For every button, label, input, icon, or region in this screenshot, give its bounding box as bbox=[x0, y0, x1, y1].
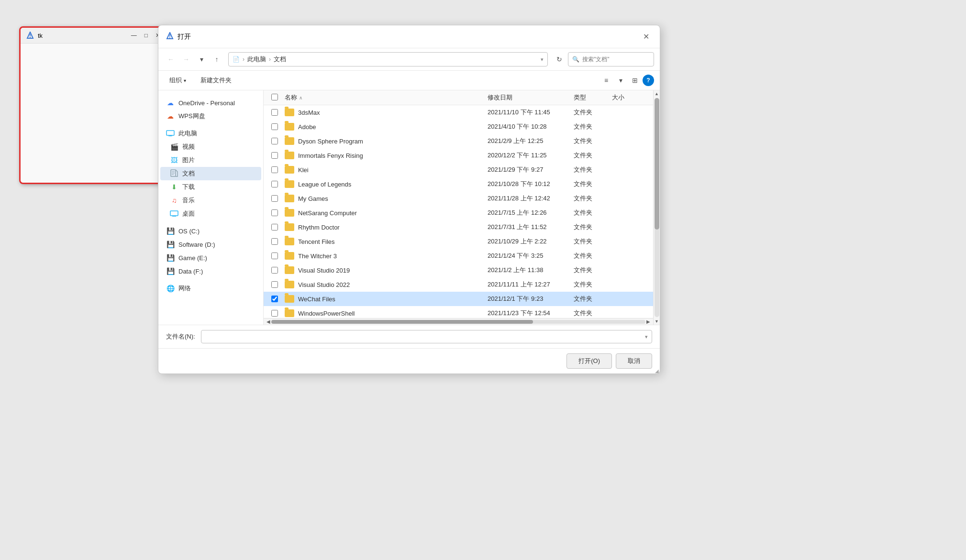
table-row[interactable]: Tencent Files 2021/10/29 上午 2:22 文件夹 bbox=[264, 234, 653, 249]
open-btn[interactable]: 打开(O) bbox=[566, 353, 612, 369]
filename-input-wrapper[interactable]: ▾ bbox=[201, 330, 652, 343]
header-size[interactable]: 大小 bbox=[612, 93, 645, 102]
new-folder-btn[interactable]: 新建文件夹 bbox=[195, 74, 237, 87]
scrollbar-track[interactable] bbox=[271, 320, 645, 324]
tk-maximize-btn[interactable]: □ bbox=[144, 32, 148, 39]
row-check-9[interactable] bbox=[271, 238, 285, 245]
sidebar-item-music[interactable]: ♫ 音乐 bbox=[160, 194, 261, 207]
address-thispc: 此电脑 bbox=[247, 55, 266, 64]
dialog-close-btn[interactable]: ✕ bbox=[640, 31, 652, 42]
row-checkbox-10[interactable] bbox=[271, 253, 278, 259]
row-name-label-2: Dyson Sphere Program bbox=[298, 138, 363, 145]
scrollbar-thumb[interactable] bbox=[271, 320, 533, 324]
horizontal-scrollbar[interactable]: ◀ ▶ bbox=[264, 318, 653, 325]
vertical-scrollbar[interactable]: ▲ ▼ bbox=[653, 90, 660, 325]
vscroll-down-btn[interactable]: ▼ bbox=[654, 318, 660, 325]
row-checkbox-3[interactable] bbox=[271, 152, 278, 159]
view-list-btn[interactable]: ≡ bbox=[600, 74, 613, 87]
sidebar-item-game[interactable]: 💾 Game (E:) bbox=[160, 251, 261, 264]
row-check-6[interactable] bbox=[271, 195, 285, 202]
row-check-8[interactable] bbox=[271, 224, 285, 231]
table-row[interactable]: My Games 2021/11/28 上午 12:42 文件夹 bbox=[264, 191, 653, 206]
table-row[interactable]: League of Legends 2021/10/28 下午 10:12 文件… bbox=[264, 177, 653, 191]
resize-handle[interactable]: ◢ bbox=[654, 368, 660, 373]
row-checkbox-13[interactable] bbox=[271, 296, 278, 302]
table-row[interactable]: WindowsPowerShell 2021/11/23 下午 12:54 文件… bbox=[264, 306, 653, 318]
row-checkbox-9[interactable] bbox=[271, 238, 278, 245]
table-row[interactable]: Visual Studio 2019 2021/1/2 上午 11:38 文件夹 bbox=[264, 263, 653, 277]
row-check-4[interactable] bbox=[271, 166, 285, 173]
row-check-12[interactable] bbox=[271, 281, 285, 288]
sidebar-item-wps[interactable]: ☁ WPS网盘 bbox=[160, 110, 261, 123]
table-row[interactable]: The Witcher 3 2021/1/24 下午 3:25 文件夹 bbox=[264, 249, 653, 263]
table-row[interactable]: Dyson Sphere Program 2021/2/9 上午 12:25 文… bbox=[264, 134, 653, 148]
scroll-left-btn[interactable]: ◀ bbox=[266, 319, 271, 324]
sidebar-item-software[interactable]: 💾 Software (D:) bbox=[160, 238, 261, 251]
row-check-1[interactable] bbox=[271, 123, 285, 130]
nav-back-btn[interactable]: ← bbox=[164, 53, 178, 66]
sidebar-item-desktop[interactable]: 桌面 bbox=[160, 207, 261, 220]
row-check-14[interactable] bbox=[271, 310, 285, 317]
row-check-3[interactable] bbox=[271, 152, 285, 159]
tk-minimize-btn[interactable]: — bbox=[131, 32, 137, 39]
table-row[interactable]: NetSarang Computer 2021/7/15 上午 12:26 文件… bbox=[264, 206, 653, 220]
filename-input[interactable] bbox=[205, 333, 645, 340]
nav-dropdown-btn[interactable]: ▾ bbox=[195, 53, 208, 66]
nav-up-btn[interactable]: ↑ bbox=[210, 53, 223, 66]
sidebar-item-onedrive[interactable]: ☁ OneDrive - Personal bbox=[160, 96, 261, 110]
row-check-0[interactable] bbox=[271, 109, 285, 116]
table-row[interactable]: Immortals Fenyx Rising 2020/12/2 下午 11:2… bbox=[264, 148, 653, 163]
table-row[interactable]: 3dsMax 2021/11/10 下午 11:45 文件夹 bbox=[264, 105, 653, 120]
sidebar-item-videos[interactable]: 🎬 视频 bbox=[160, 140, 261, 154]
row-check-2[interactable] bbox=[271, 138, 285, 144]
view-grid-btn[interactable]: ⊞ bbox=[628, 74, 642, 87]
organize-btn[interactable]: 组织 ▾ bbox=[164, 74, 191, 87]
table-row[interactable]: Adobe 2021/4/10 下午 10:28 文件夹 bbox=[264, 120, 653, 134]
row-checkbox-8[interactable] bbox=[271, 224, 278, 231]
row-checkbox-6[interactable] bbox=[271, 195, 278, 202]
row-check-10[interactable] bbox=[271, 253, 285, 259]
search-bar[interactable]: 🔍 bbox=[568, 52, 654, 66]
refresh-btn[interactable]: ↻ bbox=[553, 53, 566, 66]
row-check-13[interactable] bbox=[271, 296, 285, 302]
vscrollbar-track[interactable] bbox=[655, 98, 659, 317]
table-row[interactable]: Rhythm Doctor 2021/7/31 上午 11:52 文件夹 bbox=[264, 220, 653, 234]
row-name-label-3: Immortals Fenyx Rising bbox=[298, 152, 363, 159]
row-checkbox-1[interactable] bbox=[271, 123, 278, 130]
vscroll-up-btn[interactable]: ▲ bbox=[654, 90, 660, 97]
row-checkbox-0[interactable] bbox=[271, 109, 278, 116]
row-checkbox-2[interactable] bbox=[271, 138, 278, 144]
scroll-right-btn[interactable]: ▶ bbox=[645, 319, 651, 324]
row-check-11[interactable] bbox=[271, 267, 285, 274]
row-checkbox-11[interactable] bbox=[271, 267, 278, 274]
help-btn[interactable]: ? bbox=[643, 75, 654, 86]
row-checkbox-7[interactable] bbox=[271, 209, 278, 216]
row-checkbox-14[interactable] bbox=[271, 310, 278, 317]
sidebar-item-osc[interactable]: 💾 OS (C:) bbox=[160, 224, 261, 238]
sidebar-item-data[interactable]: 💾 Data (F:) bbox=[160, 264, 261, 278]
header-type[interactable]: 类型 bbox=[574, 93, 612, 102]
view-dropdown-btn[interactable]: ▾ bbox=[614, 74, 627, 87]
table-row[interactable]: Klei 2021/1/29 下午 9:27 文件夹 bbox=[264, 163, 653, 177]
sidebar-item-network[interactable]: 🌐 网络 bbox=[160, 282, 261, 295]
select-all-checkbox[interactable] bbox=[271, 94, 278, 100]
nav-forward-btn[interactable]: → bbox=[179, 53, 193, 66]
search-input[interactable] bbox=[582, 56, 650, 63]
cancel-btn[interactable]: 取消 bbox=[616, 353, 652, 369]
address-bar[interactable]: 📄 › 此电脑 › 文档 ▾ bbox=[228, 52, 548, 66]
sidebar-item-thispc[interactable]: 此电脑 bbox=[160, 127, 261, 140]
sidebar-item-pictures[interactable]: 🖼 图片 bbox=[160, 154, 261, 167]
row-check-5[interactable] bbox=[271, 181, 285, 187]
row-checkbox-12[interactable] bbox=[271, 281, 278, 288]
table-row[interactable]: WeChat Files 2021/12/1 下午 9:23 文件夹 bbox=[264, 292, 653, 306]
row-checkbox-5[interactable] bbox=[271, 181, 278, 187]
table-row[interactable]: Visual Studio 2022 2021/11/11 上午 12:27 文… bbox=[264, 277, 653, 292]
sidebar-item-downloads[interactable]: ⬇ 下载 bbox=[160, 180, 261, 194]
vscrollbar-thumb[interactable] bbox=[655, 98, 659, 230]
sidebar-item-documents[interactable]: 文档 bbox=[160, 167, 261, 180]
header-name[interactable]: 名称 ∧ bbox=[285, 93, 488, 102]
row-check-7[interactable] bbox=[271, 209, 285, 216]
header-check[interactable] bbox=[271, 94, 285, 102]
row-checkbox-4[interactable] bbox=[271, 166, 278, 173]
header-date[interactable]: 修改日期 bbox=[488, 93, 574, 102]
